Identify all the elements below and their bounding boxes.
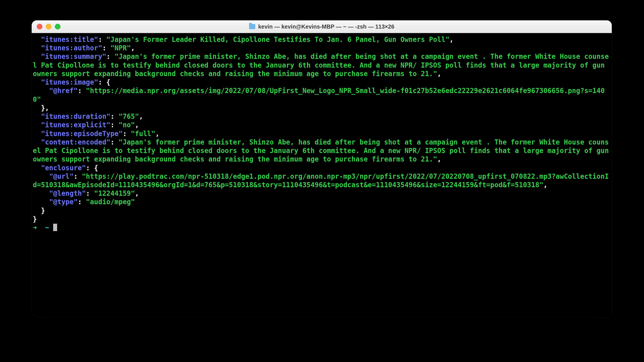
minimize-icon[interactable] — [46, 24, 51, 29]
window-controls — [32, 24, 60, 29]
window-title-text: kevin — kevin@Kevins-MBP — ~ — -zsh — 11… — [258, 23, 394, 30]
json-key: "enclosure" — [41, 164, 86, 172]
json-key: "@href" — [49, 87, 78, 95]
folder-icon — [249, 24, 255, 29]
json-key: "itunes:duration" — [41, 113, 111, 120]
json-value: "Japan's former prime minister, Shinzo A… — [33, 138, 612, 163]
json-key: "@url" — [49, 173, 74, 180]
json-value: "NPR" — [111, 44, 131, 52]
json-value: "Japan's Former Leader Killed, Cipollone… — [106, 36, 449, 44]
zoom-icon[interactable] — [55, 24, 60, 29]
json-value: "https://play.podtrac.com/npr-510318/edg… — [33, 173, 609, 189]
json-key: "content:encoded" — [41, 138, 111, 146]
json-value: "no" — [118, 121, 135, 129]
json-value: "12244159" — [94, 189, 135, 197]
json-value: "audio/mpeg" — [86, 198, 135, 206]
json-key: "itunes:image" — [41, 78, 98, 86]
window-title: kevin — kevin@Kevins-MBP — ~ — -zsh — 11… — [32, 23, 612, 30]
titlebar: kevin — kevin@Kevins-MBP — ~ — -zsh — 11… — [32, 20, 612, 33]
json-key: "@type" — [49, 198, 78, 206]
json-value: "full" — [131, 130, 155, 138]
json-key: "itunes:episodeType" — [41, 130, 123, 138]
json-key: "@length" — [49, 189, 86, 197]
json-value: "Japan's former prime minister, Shinzo A… — [33, 53, 609, 77]
cursor-icon — [53, 224, 57, 231]
terminal-output[interactable]: "itunes:title": "Japan's Former Leader K… — [32, 33, 612, 232]
json-key: "itunes:title" — [41, 36, 98, 44]
terminal-window: kevin — kevin@Kevins-MBP — ~ — -zsh — 11… — [32, 20, 612, 317]
prompt-cwd: ~ — [45, 224, 49, 232]
json-key: "itunes:author" — [41, 44, 102, 52]
json-value: "https://media.npr.org/assets/img/2022/0… — [33, 87, 605, 103]
json-value: "765" — [118, 113, 139, 120]
json-key: "itunes:summary" — [41, 53, 106, 61]
json-key: "itunes:explicit" — [41, 121, 111, 129]
prompt-arrow-icon: ➜ — [33, 224, 37, 232]
close-icon[interactable] — [37, 24, 42, 29]
